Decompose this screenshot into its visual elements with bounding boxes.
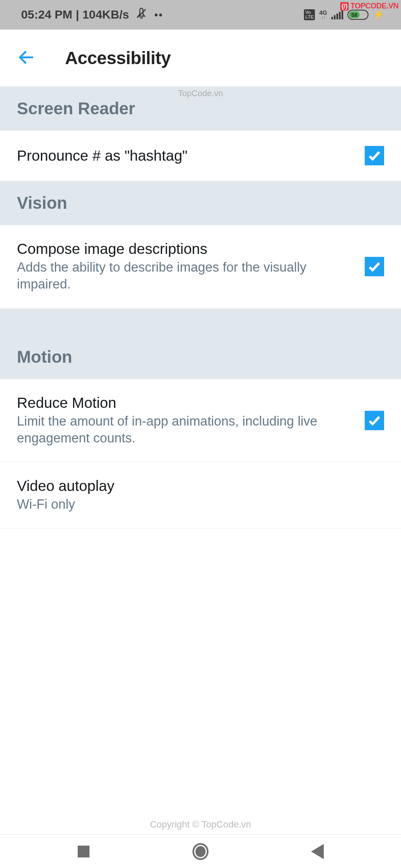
check-icon bbox=[367, 413, 382, 428]
svg-rect-2 bbox=[334, 15, 336, 19]
svg-rect-1 bbox=[331, 17, 333, 19]
check-icon bbox=[367, 259, 382, 274]
battery-icon: 58 bbox=[347, 10, 368, 20]
watermark-brand: TOPCODE.VN bbox=[350, 2, 398, 11]
check-icon bbox=[367, 148, 382, 163]
section-title: Vision bbox=[17, 194, 384, 213]
setting-text: Pronounce # as "hashtag" bbox=[17, 147, 365, 164]
section-title: Motion bbox=[17, 348, 384, 367]
setting-text: Compose image descriptions Adds the abil… bbox=[17, 240, 365, 293]
setting-title: Reduce Motion bbox=[17, 394, 348, 411]
section-header-vision: Vision bbox=[0, 181, 401, 225]
watermark-logo: {/} bbox=[340, 2, 349, 11]
checkbox-reduce-motion[interactable] bbox=[365, 411, 384, 430]
svg-rect-5 bbox=[341, 10, 343, 19]
signal-bars-icon bbox=[331, 10, 343, 19]
status-time: 05:24 PM bbox=[21, 8, 72, 22]
section-title: Screen Reader bbox=[17, 99, 384, 118]
page-title: Accessibility bbox=[65, 48, 171, 68]
mute-icon bbox=[135, 7, 148, 23]
triangle-icon bbox=[311, 844, 324, 859]
system-nav-bar bbox=[0, 834, 401, 868]
setting-title: Pronounce # as "hashtag" bbox=[17, 147, 348, 164]
svg-rect-3 bbox=[336, 13, 338, 19]
nav-recent-button[interactable] bbox=[76, 844, 92, 860]
status-data-rate: 104KB/s bbox=[82, 8, 129, 22]
svg-rect-4 bbox=[339, 12, 341, 19]
setting-subtitle: Limit the amount of in-app animations, i… bbox=[17, 413, 348, 447]
watermark-mid: TopCode.vn bbox=[178, 89, 223, 98]
checkbox-compose-image[interactable] bbox=[365, 257, 384, 276]
volte-icon: VoLTE bbox=[304, 9, 315, 20]
watermark-top: {/} TOPCODE.VN bbox=[340, 2, 398, 11]
checkbox-pronounce-hashtag[interactable] bbox=[365, 146, 384, 165]
nav-back-button[interactable] bbox=[309, 844, 325, 860]
setting-reduce-motion[interactable]: Reduce Motion Limit the amount of in-app… bbox=[0, 379, 401, 463]
setting-subtitle: Adds the ability to describe images for … bbox=[17, 259, 348, 293]
setting-title: Video autoplay bbox=[17, 477, 367, 494]
status-left: 05:24 PM | 104KB/s •• bbox=[21, 7, 163, 23]
app-header: Accessibility bbox=[0, 30, 401, 86]
watermark-copyright: Copyright © TopCode.vn bbox=[150, 819, 251, 830]
charging-icon: ⚡ bbox=[373, 9, 384, 20]
setting-pronounce-hashtag[interactable]: Pronounce # as "hashtag" bbox=[0, 131, 401, 181]
network-type: 4G ↓↑ bbox=[319, 10, 327, 20]
status-separator: | bbox=[76, 8, 79, 22]
setting-compose-image[interactable]: Compose image descriptions Adds the abil… bbox=[0, 225, 401, 309]
setting-text: Video autoplay Wi-Fi only bbox=[17, 477, 384, 513]
setting-subtitle: Wi-Fi only bbox=[17, 496, 367, 513]
setting-text: Reduce Motion Limit the amount of in-app… bbox=[17, 394, 365, 447]
section-header-motion: Motion bbox=[0, 309, 401, 379]
nav-home-button[interactable] bbox=[192, 844, 209, 860]
circle-icon bbox=[192, 843, 209, 860]
status-dots: •• bbox=[154, 9, 163, 21]
back-button[interactable] bbox=[17, 48, 35, 68]
setting-title: Compose image descriptions bbox=[17, 240, 348, 257]
square-icon bbox=[78, 846, 89, 857]
status-right: VoLTE 4G ↓↑ 58 ⚡ bbox=[304, 9, 384, 20]
setting-video-autoplay[interactable]: Video autoplay Wi-Fi only bbox=[0, 462, 401, 528]
